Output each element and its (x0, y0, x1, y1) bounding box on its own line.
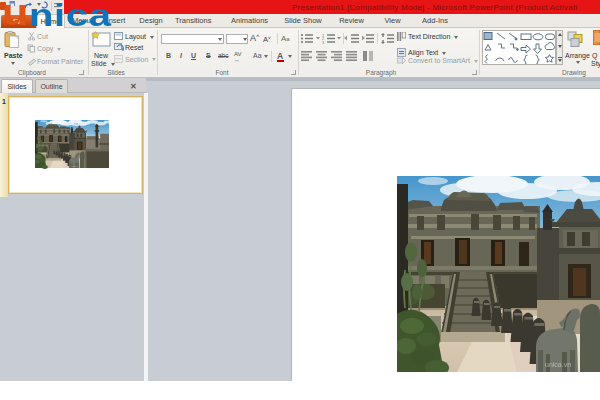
svg-text:unica.vn: unica.vn (545, 361, 571, 368)
svg-text:3: 3 (322, 40, 325, 44)
